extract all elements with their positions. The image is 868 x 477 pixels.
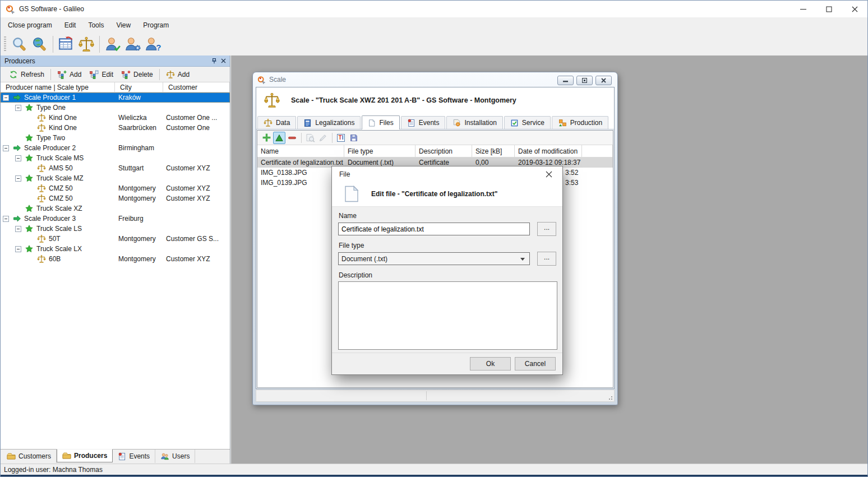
app-logo-icon <box>6 4 15 14</box>
tree-row[interactable]: CMZ 50MontgomeryCustomer XYZ <box>1 183 230 193</box>
tree-row[interactable]: Truck Scale LX <box>1 244 230 254</box>
tab-users[interactable]: Users <box>155 450 195 463</box>
panel-close-icon[interactable] <box>219 57 228 65</box>
collapse-icon[interactable] <box>15 155 21 161</box>
tree-row[interactable]: CMZ 50MontgomeryCustomer XYZ <box>1 193 230 203</box>
tree-row[interactable]: AMS 50StuttgartCustomer XYZ <box>1 163 230 173</box>
name-browse-button[interactable]: ... <box>537 222 556 236</box>
tree-item-customer: Customer XYZ <box>163 194 230 202</box>
ok-button[interactable]: Ok <box>470 357 511 371</box>
column-header-producer-name[interactable]: Producer name | Scale type <box>1 82 115 92</box>
tree-item-customer: Customer XYZ <box>163 184 230 192</box>
report-icon[interactable] <box>56 34 76 54</box>
menu-item-edit[interactable]: Edit <box>58 18 82 32</box>
file-type-select[interactable]: Document (.txt) <box>338 252 530 265</box>
child-restore-icon[interactable] <box>576 76 593 85</box>
add-scale-button[interactable]: Add <box>162 68 193 81</box>
close-icon[interactable] <box>842 1 867 17</box>
user-settings-icon[interactable] <box>123 34 143 54</box>
collapse-icon[interactable] <box>3 216 9 222</box>
preview-file-button[interactable] <box>304 132 316 144</box>
collapse-icon[interactable] <box>3 95 9 101</box>
remove-file-button[interactable] <box>286 132 298 144</box>
collapse-icon[interactable] <box>15 246 21 252</box>
tree-row[interactable]: Truck Scale LS <box>1 224 230 234</box>
scale-icon[interactable] <box>76 34 96 54</box>
tree-row[interactable]: Scale Producer 3Freiburg <box>1 214 230 224</box>
tab-service[interactable]: Service <box>504 116 551 129</box>
column-header-file-type[interactable]: File type <box>344 145 415 157</box>
menu-item-tools[interactable]: Tools <box>82 18 110 32</box>
tree-item-label: 60B <box>49 255 61 263</box>
scale-window-titlebar[interactable]: Scale <box>253 72 617 87</box>
menu-item-program[interactable]: Program <box>137 18 175 32</box>
add-tree-add-button[interactable]: Add <box>53 68 85 81</box>
tree-row[interactable]: Kind OneWieliczkaCustomer One ... <box>1 113 230 123</box>
column-header-name[interactable]: Name <box>257 145 344 157</box>
tab-production[interactable]: Production <box>552 116 608 129</box>
tab-events[interactable]: Events <box>401 116 446 129</box>
maximize-icon[interactable] <box>816 1 842 17</box>
tab-files[interactable]: Files <box>362 115 399 129</box>
column-header-description[interactable]: Description <box>415 145 472 157</box>
toolbar-grip[interactable] <box>4 36 6 52</box>
save-file-button[interactable] <box>348 132 360 144</box>
import-file-button[interactable] <box>273 132 285 144</box>
tree-item-label: CMZ 50 <box>49 184 73 192</box>
tree-row[interactable]: Truck Scale MZ <box>1 173 230 183</box>
tree-row[interactable]: Type Two <box>1 133 230 143</box>
user-check-icon-glyph <box>104 36 121 53</box>
minimize-icon[interactable] <box>790 1 816 17</box>
file-type-browse-button[interactable]: ... <box>537 252 556 266</box>
tree-row[interactable]: Scale Producer 2Birmingham <box>1 143 230 153</box>
tree-row[interactable]: Kind OneSaarbrückenCustomer One <box>1 123 230 133</box>
tree-item-label: Kind One <box>49 124 77 132</box>
tree-row[interactable]: 50TMontgomeryCustomer GS S... <box>1 234 230 244</box>
tab-events[interactable]: Events <box>113 450 155 463</box>
tab-customers[interactable]: Customers <box>2 450 57 463</box>
tab-legalizations[interactable]: Legalizations <box>297 116 361 129</box>
scale-icon <box>37 184 46 193</box>
tab-installation[interactable]: Installation <box>446 116 502 129</box>
resize-grip[interactable] <box>607 395 613 400</box>
file-date-partial: 3:52 <box>565 169 578 177</box>
global-search-icon[interactable] <box>30 34 50 54</box>
cancel-button[interactable]: Cancel <box>515 357 556 371</box>
column-header-city[interactable]: City <box>115 82 163 92</box>
pin-icon[interactable] <box>210 57 219 65</box>
menu-item-view[interactable]: View <box>110 18 137 32</box>
child-minimize-icon[interactable] <box>557 76 574 85</box>
tab-producers[interactable]: Producers <box>57 449 113 462</box>
refresh-refresh-button[interactable]: Refresh <box>5 68 48 81</box>
collapse-icon[interactable] <box>15 175 21 182</box>
tree-row[interactable]: 60BMontgomeryCustomer XYZ <box>1 254 230 264</box>
child-close-icon[interactable] <box>595 76 612 85</box>
tree-row[interactable]: Truck Scale MS <box>1 153 230 163</box>
collapse-icon[interactable] <box>15 105 21 111</box>
search-icon[interactable] <box>10 34 30 54</box>
delete-tree-delete-button[interactable]: Delete <box>117 68 157 81</box>
edit-tree-edit-button[interactable]: Edit <box>85 68 117 81</box>
tree-row[interactable]: Scale Producer 1Kraków <box>1 92 230 103</box>
tree-item-label: Kind One <box>49 114 77 122</box>
column-header-date-of-modification[interactable]: Date of modification <box>515 145 582 157</box>
add-file-button[interactable] <box>260 132 273 144</box>
name-input[interactable] <box>338 223 530 235</box>
edit-file-button[interactable] <box>317 132 329 144</box>
collapse-icon[interactable] <box>3 145 9 151</box>
menu-item-close-program[interactable]: Close program <box>2 18 58 32</box>
user-check-icon[interactable] <box>103 34 123 54</box>
pencil-icon <box>318 133 327 142</box>
file-dialog-titlebar[interactable]: File <box>332 166 562 182</box>
collapse-icon[interactable] <box>15 226 21 232</box>
column-header-size-kb[interactable]: Size [kB] <box>472 145 515 157</box>
description-textarea[interactable] <box>338 281 557 350</box>
text-view-button[interactable]: TI <box>335 132 347 144</box>
tree-row[interactable]: Truck Scale XZ <box>1 203 230 214</box>
tab-data[interactable]: Data <box>257 116 296 129</box>
tree-row[interactable]: Type One <box>1 103 230 113</box>
column-header-customer[interactable]: Customer <box>163 82 230 92</box>
file-dialog-footer: Ok Cancel <box>332 353 562 374</box>
dialog-close-icon[interactable] <box>541 168 557 181</box>
user-help-icon[interactable]: ? <box>143 34 163 54</box>
